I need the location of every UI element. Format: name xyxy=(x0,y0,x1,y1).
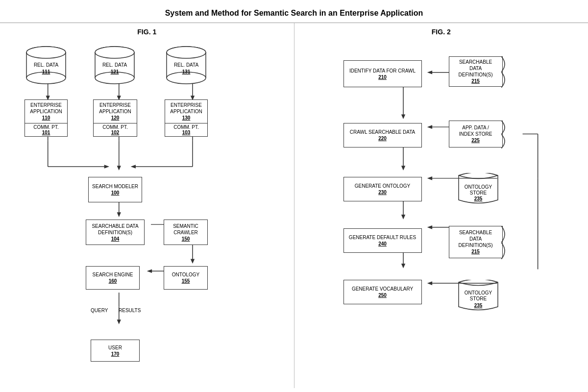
results-label: RESULTS xyxy=(119,308,141,313)
svg-marker-59 xyxy=(401,264,405,269)
svg-marker-22 xyxy=(191,259,195,264)
svg-marker-16 xyxy=(131,165,136,169)
fig2-arrows xyxy=(304,41,579,381)
searchable-def-215-top: SEARCHABLE DATA DEFINITION(S) 215 xyxy=(449,56,503,87)
svg-marker-71 xyxy=(427,281,432,285)
user-170: USER 170 xyxy=(91,340,140,362)
ea-120: ENTERPRISE APPLICATION 120 COMM. PT. 102 xyxy=(93,99,137,137)
svg-marker-69 xyxy=(427,225,432,229)
svg-marker-27 xyxy=(117,319,121,324)
ontology-store-235-bot: ONTOLOGY STORE 235 xyxy=(449,280,508,313)
page-title: System and Method for Semantic Search in… xyxy=(0,0,588,23)
svg-text:235: 235 xyxy=(474,196,482,201)
gen-ontology-230: GENERATE ONTOLOGY 230 xyxy=(343,177,422,201)
searchable-def-104: SEARCHABLE DATADEFINITION(S) 104 xyxy=(86,220,145,245)
fig1-diagram: REL. DATA 111 REL. DATA 121 xyxy=(10,41,284,381)
svg-marker-65 xyxy=(427,176,432,180)
gen-vocab-250: GENERATE VOCABULARY 250 xyxy=(343,280,422,304)
fig2-label: FIG. 2 xyxy=(304,28,579,36)
app-data-225: APP. DATA / INDEX STORE 225 xyxy=(449,121,503,147)
ontology-store-235-top: ONTOLOGY STORE 235 xyxy=(449,173,508,206)
svg-text:ONTOLOGY: ONTOLOGY xyxy=(464,184,492,190)
fig1-section: FIG. 1 xyxy=(0,23,294,388)
fig2-section: FIG. 2 xyxy=(294,23,588,388)
svg-text:121: 121 xyxy=(111,69,119,74)
svg-point-49 xyxy=(167,47,206,58)
ontology-155: ONTOLOGY 155 xyxy=(164,266,208,290)
svg-text:235: 235 xyxy=(474,303,482,308)
fig2-diagram: IDENTIFY DATA FOR CRAWL 210 CRAWL SEARCH… xyxy=(304,41,579,381)
fig1-label: FIG. 1 xyxy=(10,28,284,36)
identify-data-210: IDENTIFY DATA FOR CRAWL 210 xyxy=(343,60,422,87)
svg-text:ONTOLOGY: ONTOLOGY xyxy=(464,290,492,295)
crawl-data-220: CRAWL SEARCHABLE DATA 220 xyxy=(343,123,422,147)
svg-marker-63 xyxy=(427,125,432,129)
ea-130: ENTERPRISE APPLICATION 130 COMM. PT. 103 xyxy=(165,99,208,137)
searchable-def-215-bot: SEARCHABLE DATA DEFINITION(S) 215 xyxy=(449,226,503,258)
cylinder-131: REL. DATA 131 xyxy=(165,46,208,85)
svg-marker-18 xyxy=(117,212,121,217)
svg-marker-57 xyxy=(401,215,405,220)
figures-container: FIG. 1 xyxy=(0,23,588,388)
cylinder-111: REL. DATA 111 xyxy=(24,46,68,85)
query-label: QUERY xyxy=(91,308,108,313)
svg-text:REL. DATA: REL. DATA xyxy=(34,62,59,68)
svg-marker-13 xyxy=(117,166,121,171)
fig1-arrows xyxy=(10,41,284,381)
search-modeler: SEARCH MODELER 100 xyxy=(88,177,142,202)
ea-110: ENTERPRISE APPLICATION 110 COMM. PT. 101 xyxy=(24,99,68,137)
svg-text:REL. DATA: REL. DATA xyxy=(102,62,127,68)
svg-marker-55 xyxy=(401,166,405,171)
search-engine-160: SEARCH ENGINE 160 xyxy=(86,266,140,290)
svg-text:131: 131 xyxy=(182,69,191,74)
semantic-crawler-150: SEMANTICCRAWLER 150 xyxy=(164,220,208,245)
svg-marker-61 xyxy=(427,71,432,74)
svg-text:STORE: STORE xyxy=(469,190,487,196)
svg-marker-24 xyxy=(147,270,152,273)
gen-rules-240: GENERATE DEFAULT RULES 240 xyxy=(343,228,422,253)
svg-point-41 xyxy=(95,47,134,58)
svg-text:STORE: STORE xyxy=(469,296,487,301)
svg-point-33 xyxy=(26,47,66,58)
cylinder-121: REL. DATA 121 xyxy=(93,46,136,85)
svg-text:REL. DATA: REL. DATA xyxy=(174,62,199,68)
svg-marker-11 xyxy=(104,165,109,169)
svg-text:111: 111 xyxy=(42,69,50,74)
svg-marker-53 xyxy=(401,114,405,119)
